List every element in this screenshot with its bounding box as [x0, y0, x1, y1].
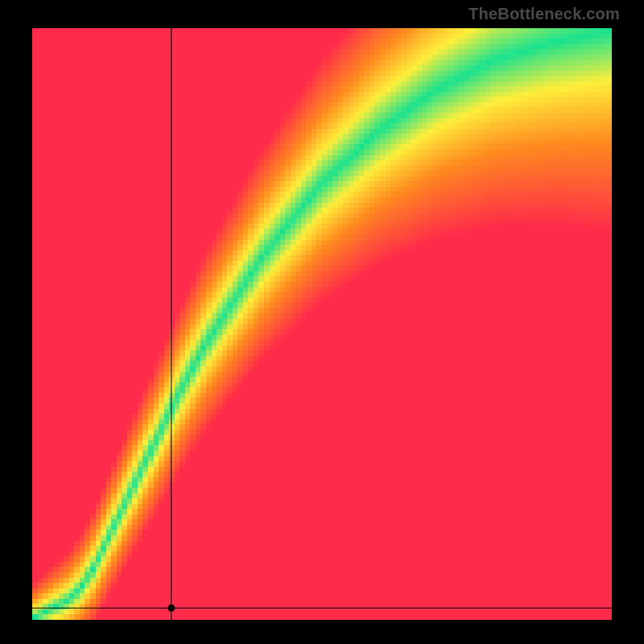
- heatmap-canvas: [32, 28, 612, 620]
- chart-frame: TheBottleneck.com: [0, 0, 644, 644]
- plot-area: [32, 28, 612, 620]
- watermark-text: TheBottleneck.com: [469, 5, 620, 23]
